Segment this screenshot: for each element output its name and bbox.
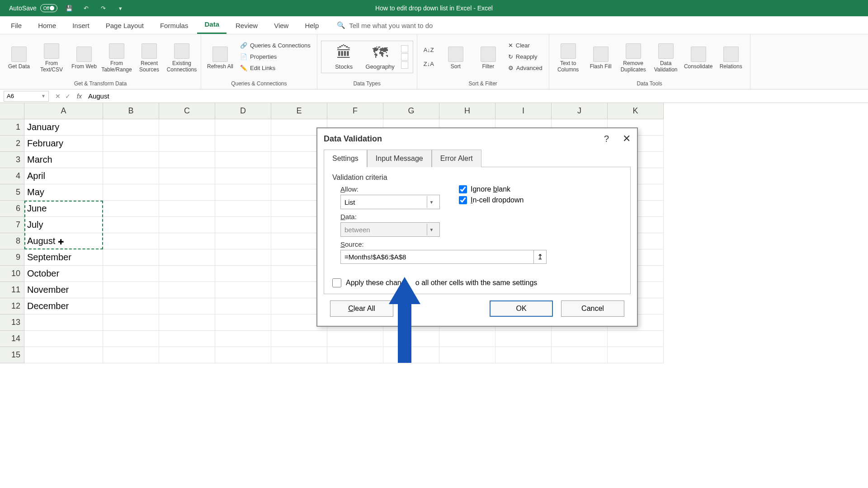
cell[interactable] <box>159 184 215 201</box>
cell[interactable] <box>495 331 552 347</box>
cell[interactable] <box>215 119 271 136</box>
filter-button[interactable]: Filter <box>473 44 504 70</box>
row-header[interactable]: 9 <box>0 249 24 266</box>
cell[interactable] <box>271 347 327 363</box>
cell[interactable] <box>159 347 215 363</box>
chevron-down-icon[interactable]: ▼ <box>41 94 46 99</box>
recent-sources-button[interactable]: Recent Sources <box>134 41 165 73</box>
range-select-icon[interactable]: ↥ <box>533 250 546 263</box>
cell[interactable]: August <box>24 233 103 249</box>
row-header[interactable]: 1 <box>0 119 24 136</box>
cell[interactable]: July <box>24 217 103 233</box>
cell[interactable] <box>215 201 271 217</box>
cell[interactable] <box>103 266 159 282</box>
cell[interactable] <box>215 298 271 314</box>
cell[interactable] <box>103 298 159 314</box>
row-header[interactable]: 14 <box>0 331 24 347</box>
reapply-button[interactable]: ↻ Reapply <box>505 52 545 62</box>
text-to-columns-button[interactable]: Text to Columns <box>553 41 584 73</box>
row-header[interactable]: 13 <box>0 314 24 331</box>
allow-dropdown[interactable]: List▼ <box>340 195 440 209</box>
fx-icon[interactable]: fx <box>77 93 82 100</box>
types-up-icon[interactable] <box>401 45 408 52</box>
col-header-e[interactable]: E <box>271 103 327 119</box>
cell[interactable] <box>103 314 159 331</box>
cell[interactable] <box>215 347 271 363</box>
col-header-c[interactable]: C <box>159 103 215 119</box>
col-header-h[interactable]: H <box>439 103 495 119</box>
from-web-button[interactable]: From Web <box>69 44 99 70</box>
cell[interactable] <box>103 136 159 152</box>
cell[interactable] <box>215 136 271 152</box>
cell[interactable] <box>327 331 383 347</box>
tell-me-search[interactable]: 🔍 Tell me what you want to do <box>337 21 433 34</box>
cell[interactable] <box>552 331 608 347</box>
refresh-all-button[interactable]: Refresh All <box>205 44 236 70</box>
advanced-filter-button[interactable]: ⚙ Advanced <box>505 63 545 73</box>
redo-icon[interactable]: ↷ <box>98 3 109 14</box>
cancel-formula-icon[interactable]: ✕ <box>55 93 61 100</box>
cell[interactable]: January <box>24 119 103 136</box>
cell[interactable] <box>159 168 215 184</box>
cell[interactable]: April <box>24 168 103 184</box>
save-icon[interactable]: 💾 <box>64 3 75 14</box>
cell[interactable] <box>215 249 271 266</box>
cell[interactable] <box>159 217 215 233</box>
row-header[interactable]: 12 <box>0 298 24 314</box>
cell[interactable] <box>103 152 159 168</box>
cell[interactable] <box>24 314 103 331</box>
col-header-a[interactable]: A <box>24 103 103 119</box>
clear-filter-button[interactable]: ✕ Clear <box>505 40 545 51</box>
geography-button[interactable]: 🗺Geography <box>362 44 398 70</box>
sort-button[interactable]: Sort <box>440 44 471 70</box>
cell[interactable] <box>159 331 215 347</box>
consolidate-button[interactable]: Consolidate <box>683 44 714 70</box>
cell[interactable] <box>103 282 159 298</box>
cell[interactable] <box>327 347 383 363</box>
cell[interactable]: December <box>24 298 103 314</box>
cell[interactable] <box>271 331 327 347</box>
cell[interactable] <box>215 233 271 249</box>
ok-button[interactable]: OK <box>490 300 553 317</box>
queries-connections-button[interactable]: 🔗 Queries & Connections <box>237 40 313 51</box>
edit-links-button[interactable]: ✏️ Edit Links <box>237 63 313 73</box>
existing-connections-button[interactable]: Existing Connections <box>166 41 197 73</box>
cell[interactable] <box>159 119 215 136</box>
cell[interactable] <box>383 347 439 363</box>
row-header[interactable]: 11 <box>0 282 24 298</box>
cell[interactable] <box>159 136 215 152</box>
tab-help[interactable]: Help <box>297 17 326 34</box>
get-data-button[interactable]: Get Data <box>4 44 34 70</box>
cell[interactable] <box>215 184 271 201</box>
data-validation-button[interactable]: Data Validation <box>651 41 681 73</box>
cell[interactable] <box>159 266 215 282</box>
cell[interactable]: February <box>24 136 103 152</box>
undo-icon[interactable]: ↶ <box>81 3 92 14</box>
tab-file[interactable]: File <box>4 17 29 34</box>
cell[interactable] <box>103 347 159 363</box>
from-text-csv-button[interactable]: From Text/CSV <box>36 41 67 73</box>
row-header[interactable]: 6 <box>0 201 24 217</box>
cell[interactable]: May <box>24 184 103 201</box>
remove-duplicates-button[interactable]: Remove Duplicates <box>618 41 649 73</box>
cell[interactable] <box>608 347 664 363</box>
cell[interactable] <box>103 119 159 136</box>
cell[interactable] <box>215 331 271 347</box>
cell[interactable] <box>159 152 215 168</box>
row-header[interactable]: 5 <box>0 184 24 201</box>
cell[interactable]: September <box>24 249 103 266</box>
from-table-range-button[interactable]: From Table/Range <box>101 41 132 73</box>
cell[interactable] <box>608 331 664 347</box>
cell[interactable] <box>103 184 159 201</box>
cell[interactable] <box>24 331 103 347</box>
tab-formulas[interactable]: Formulas <box>153 17 196 34</box>
cell[interactable] <box>103 217 159 233</box>
tab-review[interactable]: Review <box>228 17 265 34</box>
cell[interactable] <box>103 233 159 249</box>
enter-formula-icon[interactable]: ✓ <box>65 93 71 100</box>
col-header-j[interactable]: J <box>552 103 608 119</box>
cell[interactable] <box>159 201 215 217</box>
clear-all-button[interactable]: Clear All <box>330 300 393 317</box>
autosave-toggle[interactable]: AutoSave Off <box>9 4 57 12</box>
in-cell-dropdown-checkbox[interactable]: In-cell dropdown <box>459 196 524 204</box>
